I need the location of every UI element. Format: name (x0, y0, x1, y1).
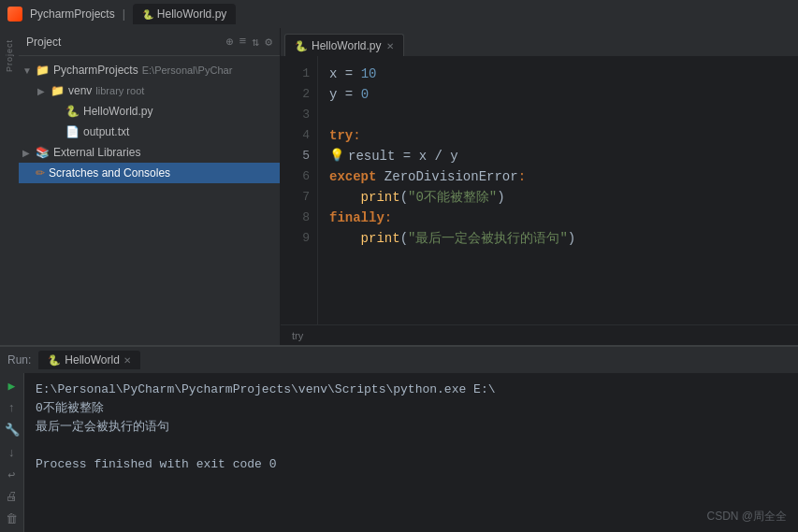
tree-output[interactable]: 📄 output.txt (19, 122, 280, 142)
bottom-content: ▶ ↑ 🔧 ↓ ↩ 🖨 🗑 E:\Personal\PyCharm\Pychar… (0, 373, 798, 532)
editor-area: 🐍 HelloWorld.py ✕ 1 2 3 4 5 6 7 8 9 x (281, 28, 798, 345)
line-8: 8 (281, 208, 317, 228)
l4-colon: : (353, 125, 360, 146)
l7-op1: ( (400, 187, 408, 208)
editor-tab-helloworld[interactable]: 🐍 HelloWorld.py ✕ (284, 34, 404, 56)
l7-op2: ) (497, 187, 504, 208)
title-file-icon: 🐍 (142, 9, 153, 20)
tree-root[interactable]: ▼ 📁 PycharmProjects E:\Personal\PyChar (19, 60, 280, 80)
delete-btn[interactable]: 🗑 (3, 510, 22, 528)
code-line-5: 💡 result = x / y (329, 146, 787, 166)
scratch-icon: ✏ (36, 166, 45, 180)
terminal-path: E:\Personal\PyCharm\PycharmProjects\venv… (36, 381, 787, 399)
settings-icon[interactable]: ⚙ (265, 35, 272, 50)
sort-icon[interactable]: ⇅ (252, 35, 259, 50)
l6-colon: : (518, 166, 526, 187)
root-arrow: ▼ (22, 65, 34, 76)
line-5: 5 (281, 146, 317, 166)
title-app-name: PycharmProjects (30, 7, 115, 21)
l2-0: 0 (361, 84, 369, 105)
breadcrumb: try (281, 324, 798, 345)
run-btn[interactable]: ▶ (3, 377, 22, 395)
line-1: 1 (281, 64, 317, 84)
code-content[interactable]: x = 10 y = 0 try: 💡 (318, 56, 798, 324)
bottom-panel: Run: 🐍 HelloWorld ✕ ▶ ↑ 🔧 ↓ ↩ 🖨 🗑 E:\Per… (0, 345, 798, 532)
l7-print: print (361, 187, 400, 208)
l7-indent (329, 187, 361, 208)
l5-y: y (450, 146, 457, 166)
l6-except: except (329, 166, 376, 187)
l8-finally: finally (329, 208, 384, 228)
terminal-out-2: 最后一定会被执行的语句 (36, 418, 787, 437)
title-bar: PycharmProjects | 🐍 HelloWorld.py (0, 0, 798, 28)
tree-venv[interactable]: ▶ 📁 venv library root (19, 80, 280, 101)
l5-div: / (427, 146, 450, 166)
run-tab-name: HelloWorld (65, 353, 119, 367)
code-line-6: except ZeroDivisionError: (329, 166, 787, 187)
bottom-tab-helloworld[interactable]: 🐍 HelloWorld ✕ (38, 351, 139, 369)
l5-result: result (348, 146, 395, 166)
root-path: E:\Personal\PyChar (142, 65, 233, 76)
main-area: Project Project ⊕ ≡ ⇅ ⚙ ▼ 📁 PycharmProje… (0, 28, 798, 345)
scratch-label: Scratches and Consoles (49, 166, 170, 180)
code-line-9: print ( "最后一定会被执行的语句" ) (329, 228, 787, 249)
collapse-icon[interactable]: ≡ (239, 35, 247, 49)
tree-scratches[interactable]: ✏ Scratches and Consoles (19, 163, 280, 183)
watermark: CSDN @周全全 (706, 509, 787, 525)
line-6: 6 (281, 166, 317, 187)
locate-icon[interactable]: ⊕ (226, 35, 234, 50)
venv-sublabel: library root (95, 85, 144, 96)
title-tab-name: HelloWorld.py (157, 7, 226, 21)
project-toolbar-title: Project (26, 36, 221, 49)
ext-icon: 📚 (36, 146, 50, 159)
project-tree: ▼ 📁 PycharmProjects E:\Personal\PyChar ▶… (19, 56, 280, 345)
editor-tabs: 🐍 HelloWorld.py ✕ (281, 28, 798, 56)
l2-eq: = (337, 84, 360, 105)
venv-arrow: ▶ (37, 86, 49, 96)
l7-str: "0不能被整除" (408, 187, 497, 208)
tree-ext-libs[interactable]: ▶ 📚 External Libraries (19, 142, 280, 163)
line-2: 2 (281, 84, 317, 105)
run-tab-close[interactable]: ✕ (123, 355, 131, 366)
hw-label: HelloWorld.py (83, 105, 152, 118)
tab-python-icon: 🐍 (295, 40, 308, 52)
line-9: 9 (281, 228, 317, 249)
breadcrumb-text: try (292, 330, 303, 341)
l1-eq: = (337, 64, 360, 84)
print-btn[interactable]: 🖨 (3, 488, 22, 507)
l2-y: y (329, 84, 337, 105)
tree-helloworld[interactable]: 🐍 HelloWorld.py (19, 101, 280, 122)
venv-label: venv (68, 84, 92, 97)
l6-error: ZeroDivisionError (376, 166, 517, 187)
venv-folder-icon: 📁 (51, 84, 65, 97)
l1-x: x (329, 64, 337, 84)
scroll-down-btn[interactable]: ↓ (3, 443, 22, 462)
app-logo (7, 7, 22, 22)
wrap-btn[interactable]: ↩ (3, 466, 22, 484)
warn-icon: 💡 (329, 146, 344, 166)
code-line-4: try: (329, 125, 787, 146)
output-icon: 📄 (65, 125, 80, 138)
line-numbers: 1 2 3 4 5 6 7 8 9 (281, 56, 318, 324)
code-line-2: y = 0 (329, 84, 787, 105)
root-name: PycharmProjects (53, 64, 138, 77)
code-line-7: print ( "0不能被整除" ) (329, 187, 787, 208)
line-3: 3 (281, 105, 317, 125)
l9-str: "最后一定会被执行的语句" (408, 228, 568, 249)
terminal-area[interactable]: E:\Personal\PyCharm\PycharmProjects\venv… (24, 373, 798, 532)
l9-op1: ( (400, 228, 408, 249)
l1-10: 10 (361, 64, 377, 84)
bottom-strip: ▶ ↑ 🔧 ↓ ↩ 🖨 🗑 (0, 373, 24, 532)
scroll-up-btn[interactable]: ↑ (3, 399, 22, 418)
code-line-8: finally: (329, 208, 787, 228)
l5-x: x (419, 146, 427, 166)
terminal-out-3: Process finished with exit code 0 (36, 455, 787, 474)
tab-close-btn[interactable]: ✕ (386, 41, 394, 51)
l9-print: print (361, 228, 400, 249)
code-editor: 1 2 3 4 5 6 7 8 9 x = 10 y (281, 56, 798, 324)
ext-arrow: ▶ (22, 148, 34, 158)
wrench-btn[interactable]: 🔧 (3, 421, 22, 439)
l9-op2: ) (568, 228, 575, 249)
title-tab[interactable]: 🐍 HelloWorld.py (133, 4, 236, 24)
sidebar-strip-label: Project (5, 39, 14, 72)
